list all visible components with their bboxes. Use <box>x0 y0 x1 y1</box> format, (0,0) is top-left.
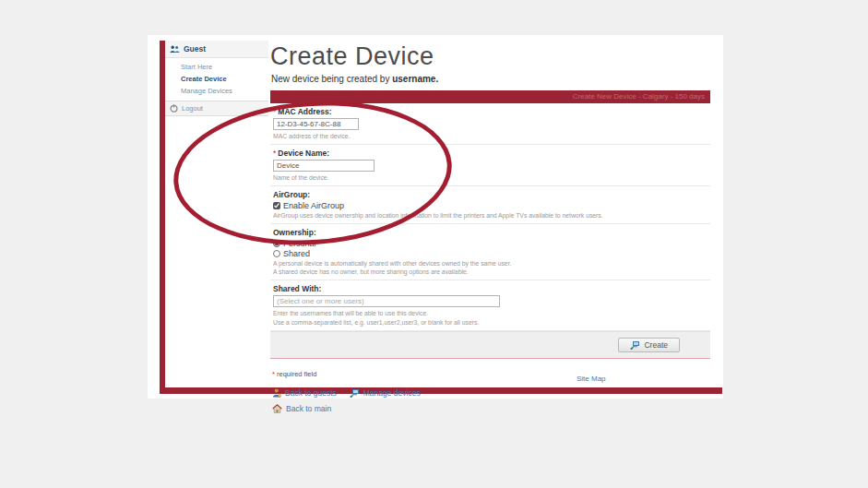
form-actions: Create <box>270 331 710 358</box>
field-ownership: Ownership: Personal Shared A personal de… <box>270 224 710 281</box>
subtitle-username: username. <box>392 74 438 84</box>
logout-label: Logout <box>182 104 203 113</box>
sidebar-item-logout[interactable]: Logout <box>165 101 268 116</box>
shared-with-input[interactable] <box>273 295 500 307</box>
form-title-banner: Create New Device - Calgary - 150 days <box>270 90 710 103</box>
device-name-help: Name of the device. <box>273 173 707 183</box>
create-device-form: *MAC Address: MAC address of the device.… <box>270 103 710 359</box>
shared-with-help-1: Enter the usernames that will be able to… <box>273 309 707 318</box>
required-note-text: required field <box>275 370 316 378</box>
mac-address-help: MAC address of the device. <box>273 132 707 141</box>
footer-links-row-2: Back to main <box>272 404 710 413</box>
manage-devices-label: Manage devices <box>363 388 421 398</box>
required-field-note: * required field <box>272 370 710 378</box>
power-icon <box>170 104 178 113</box>
mac-address-input[interactable] <box>273 118 359 130</box>
banner-text: Create New Device - Calgary - 150 days <box>573 92 705 101</box>
enable-airgroup-checkbox[interactable] <box>273 202 280 209</box>
field-airgroup: AirGroup: Enable AirGroup AirGroup uses … <box>270 186 710 224</box>
sidebar-nav: Start Here Create Device Manage Devices <box>165 58 268 101</box>
ownership-help-2: A shared device has no owner, but more s… <box>273 268 707 277</box>
site-map-link[interactable]: Site Map <box>577 375 606 383</box>
sidebar: Guest Start Here Create Device Manage De… <box>165 41 268 116</box>
sidebar-header-guest: Guest <box>165 41 268 58</box>
sidebar-header-label: Guest <box>184 44 206 54</box>
user-icon <box>272 388 281 398</box>
required-asterisk: * <box>273 149 276 158</box>
device-name-input[interactable] <box>273 160 375 172</box>
ownership-personal-label: Personal <box>283 239 316 248</box>
ownership-shared-label: Shared <box>283 249 310 258</box>
ownership-label: Ownership: <box>273 228 707 237</box>
back-to-main-label: Back to main <box>286 404 331 413</box>
create-button[interactable]: Create <box>618 338 680 352</box>
field-shared-with: Shared With: Enter the usernames that wi… <box>270 280 710 331</box>
field-device-name: *Device Name: Name of the device. <box>270 145 710 186</box>
ownership-shared-radio-row[interactable]: Shared <box>273 249 707 258</box>
shared-with-help-2: Use a comma-separated list, e.g. user1,u… <box>273 318 707 327</box>
back-to-guests-label: Back to guests <box>285 388 337 398</box>
field-mac-address: *MAC Address: MAC address of the device. <box>270 103 710 145</box>
sidebar-item-manage-devices[interactable]: Manage Devices <box>165 85 268 97</box>
app-window: Guest Start Here Create Device Manage De… <box>148 35 723 399</box>
main-content: Create Device New device being created b… <box>270 42 710 413</box>
page-subtitle: New device being created by username. <box>271 74 710 84</box>
subtitle-text: New device being created by <box>271 74 392 84</box>
home-icon <box>272 404 282 413</box>
ownership-personal-radio[interactable] <box>273 240 280 247</box>
device-wrench-icon <box>630 340 640 350</box>
device-name-label-text: Device Name: <box>278 149 329 158</box>
devices-icon <box>350 388 360 398</box>
back-to-guests-link[interactable]: Back to guests <box>272 388 337 398</box>
ownership-help-1: A personal device is automatically share… <box>273 259 707 268</box>
mac-address-label: *MAC Address: <box>273 107 707 116</box>
desktop: { "colors": { "accent_red": "#9a2433", "… <box>0 0 868 488</box>
mac-label-text: MAC Address: <box>278 107 331 116</box>
airgroup-label: AirGroup: <box>273 190 707 199</box>
footer-links-row-1: Back to guests Manage devices <box>272 388 710 398</box>
users-icon <box>170 45 180 54</box>
back-to-main-link[interactable]: Back to main <box>272 404 331 413</box>
page-title: Create Device <box>270 42 710 71</box>
sidebar-item-create-device[interactable]: Create Device <box>165 73 268 85</box>
enable-airgroup-label: Enable AirGroup <box>283 201 344 210</box>
shared-with-label: Shared With: <box>273 284 707 293</box>
required-asterisk: * <box>273 107 276 116</box>
device-name-label: *Device Name: <box>273 149 707 158</box>
sidebar-item-start-here[interactable]: Start Here <box>165 61 268 73</box>
enable-airgroup-checkbox-row[interactable]: Enable AirGroup <box>273 201 707 210</box>
ownership-shared-radio[interactable] <box>273 250 280 257</box>
create-button-label: Create <box>644 340 668 350</box>
airgroup-help: AirGroup uses device ownership and locat… <box>273 211 707 220</box>
ownership-personal-radio-row[interactable]: Personal <box>273 239 707 248</box>
manage-devices-link[interactable]: Manage devices <box>350 388 421 398</box>
